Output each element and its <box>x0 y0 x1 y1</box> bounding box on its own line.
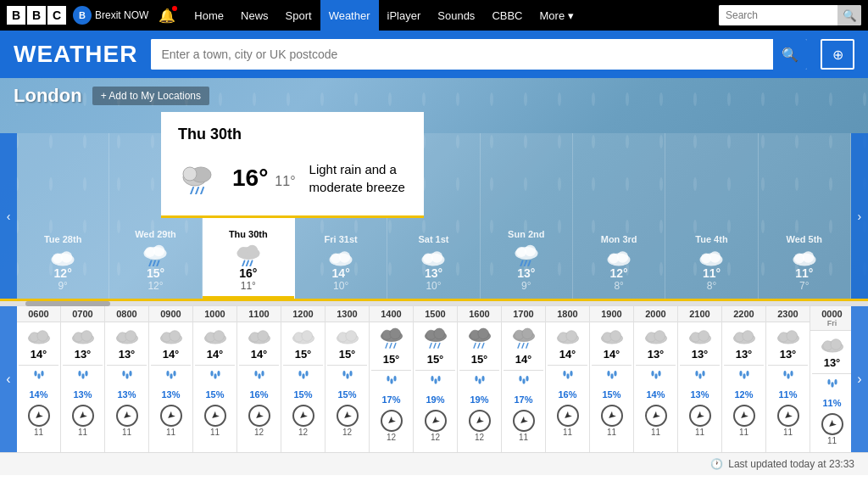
rain-drops-icon <box>385 374 398 394</box>
svg-point-72 <box>214 373 216 378</box>
svg-point-155 <box>739 371 742 376</box>
day-label: Wed 5th <box>787 234 823 244</box>
svg-point-149 <box>695 371 698 376</box>
location-search-input[interactable] <box>151 39 773 70</box>
bell-icon[interactable]: 🔔 <box>159 8 175 24</box>
svg-point-127 <box>526 376 528 381</box>
weather-header: WEATHER 🔍 ⊕ <box>0 31 868 78</box>
precip-percent: 13% <box>117 389 136 400</box>
next-hour-button[interactable]: › <box>851 306 868 452</box>
hour-icon <box>546 322 589 346</box>
next-day-button[interactable]: › <box>851 133 868 299</box>
svg-point-76 <box>257 331 268 342</box>
hour-precip: 14% <box>17 366 60 401</box>
nav-link-more[interactable]: More ▾ <box>531 0 582 31</box>
top-navigation: B B C B Brexit NOW 🔔 Home News Sport Wea… <box>0 0 868 31</box>
brexit-label[interactable]: Brexit NOW <box>95 9 148 21</box>
day-high: 16° <box>239 266 257 280</box>
svg-point-89 <box>342 371 345 376</box>
prev-day-button[interactable]: ‹ <box>0 133 17 299</box>
svg-point-139 <box>614 371 616 376</box>
rain-drops-icon <box>517 374 531 394</box>
hour-icon <box>326 322 369 346</box>
svg-point-47 <box>34 371 36 376</box>
wind-indicator: ➤ 11 <box>105 401 148 430</box>
hour-icon <box>281 322 325 346</box>
geolocation-button[interactable]: ⊕ <box>821 39 854 70</box>
day-high: 11° <box>703 266 721 280</box>
bbc-logo[interactable]: B B C <box>7 6 66 25</box>
cloud-icon <box>50 248 75 266</box>
location-search-button[interactable]: 🔍 <box>773 39 807 70</box>
svg-point-132 <box>566 373 569 378</box>
day-low: 9° <box>58 280 67 292</box>
search-button-top[interactable]: 🔍 <box>837 5 861 25</box>
svg-line-16 <box>158 261 159 266</box>
day-strip: ‹ Tue 28th 12° 9° Wed 29th 15° 12° Thu 3… <box>0 133 868 299</box>
location-bar: London + Add to My Locations <box>14 85 209 107</box>
svg-point-28 <box>431 251 443 263</box>
cloud-icon <box>792 248 817 266</box>
hour-high: 13° <box>722 346 765 362</box>
svg-point-107 <box>431 376 433 381</box>
svg-point-4 <box>183 167 197 181</box>
add-location-button[interactable]: + Add to My Locations <box>92 87 209 105</box>
nav-link-cbbc[interactable]: CBBC <box>483 0 531 31</box>
svg-line-7 <box>201 187 203 194</box>
hour-high: 14° <box>590 346 633 362</box>
hour-col-1000: 1000 14° 15% ➤ 11 <box>193 306 237 452</box>
hour-icon <box>678 322 721 346</box>
hour-high: 13° <box>766 346 810 362</box>
nav-link-news[interactable]: News <box>232 0 277 31</box>
scroll-bar[interactable] <box>0 301 868 306</box>
hour-high: 14° <box>17 346 60 362</box>
day-card-sun2[interactable]: Sun 2nd 13° 9° <box>481 133 573 299</box>
svg-point-70 <box>213 331 224 342</box>
svg-point-84 <box>302 373 304 378</box>
svg-line-22 <box>250 261 252 266</box>
svg-line-105 <box>433 344 435 349</box>
hour-icon <box>237 322 281 346</box>
day-low: 9° <box>521 280 531 292</box>
wind-indicator: ➤ 11 <box>193 401 236 430</box>
hour-precip: 14% <box>634 366 677 401</box>
day-label: Tue 4th <box>695 234 727 244</box>
clock-icon: 🕐 <box>710 458 723 470</box>
day-card-tue28[interactable]: Tue 28th 12° 9° <box>17 133 109 299</box>
prev-hour-button[interactable]: ‹ <box>0 306 17 452</box>
precip-percent: 11% <box>778 389 797 400</box>
hour-label: 1400 <box>370 306 413 322</box>
location-search-box: 🔍 <box>151 39 807 70</box>
search-box-top: 🔍 <box>719 5 861 25</box>
day-card-wed5[interactable]: Wed 5th 11° 7° <box>759 133 851 299</box>
search-input-top[interactable] <box>719 5 837 25</box>
svg-point-133 <box>570 371 572 376</box>
active-day-title: Thu 30th <box>178 126 407 143</box>
nav-link-sounds[interactable]: Sounds <box>429 0 483 31</box>
hour-icon <box>17 322 60 346</box>
nav-link-sport[interactable]: Sport <box>277 0 320 31</box>
hour-precip: 15% <box>590 366 633 401</box>
hour-high: 14° <box>546 346 589 362</box>
precip-percent: 17% <box>514 394 532 405</box>
nav-link-weather[interactable]: Weather <box>320 0 379 31</box>
wind-indicator: ➤ 12 <box>414 406 457 435</box>
day-low: 12° <box>147 280 163 292</box>
svg-point-90 <box>346 373 348 378</box>
day-high: 11° <box>795 266 813 280</box>
day-card-tue4[interactable]: Tue 4th 11° 8° <box>665 133 758 299</box>
svg-point-79 <box>261 371 264 376</box>
day-low: 10° <box>426 280 441 292</box>
day-card-mon3[interactable]: Mon 3rd 12° 8° <box>573 133 665 299</box>
hour-label: 0900 <box>149 306 192 322</box>
svg-line-104 <box>430 344 431 349</box>
nav-link-home[interactable]: Home <box>186 0 232 31</box>
precip-percent: 13% <box>161 389 180 400</box>
precip-percent: 17% <box>381 394 400 405</box>
hour-icon <box>149 322 192 346</box>
scroll-thumb[interactable] <box>25 301 110 306</box>
hour-icon <box>193 322 236 346</box>
nav-link-iplayer[interactable]: iPlayer <box>379 0 430 31</box>
day-label: Thu 30th <box>229 229 268 239</box>
svg-point-82 <box>301 331 312 342</box>
